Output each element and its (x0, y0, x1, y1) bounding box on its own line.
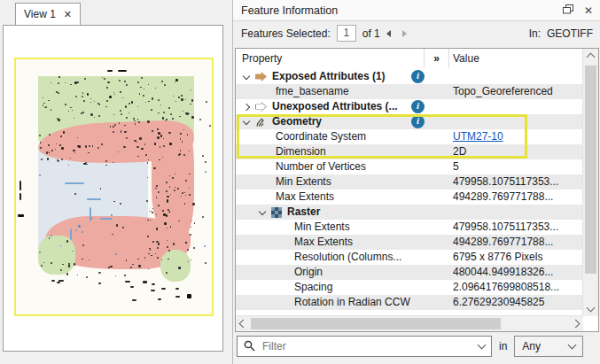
table-row[interactable]: Min Extents479958.1075117353... (236, 174, 583, 190)
property-value: 494289.769771788... (453, 235, 553, 250)
property-value: 494289.769771788... (453, 190, 553, 205)
exposed-attributes-icon (255, 72, 267, 81)
table-row[interactable]: Geometryi (236, 114, 583, 129)
tab-close-icon[interactable]: ✕ (64, 9, 72, 20)
property-label: Max Extents (236, 190, 334, 205)
section-label: Geometry (272, 114, 322, 129)
property-value: 2.096417699808518... (453, 280, 559, 295)
feature-index-field[interactable]: 1 (337, 25, 356, 42)
map-canvas[interactable] (3, 25, 223, 352)
features-selected-label: Features Selected: (241, 27, 331, 40)
filter-scope-select[interactable]: Any (514, 336, 583, 357)
map-image (14, 58, 214, 316)
vertical-scrollbar[interactable] (582, 49, 598, 316)
filter-in-label: in (499, 340, 507, 352)
property-value: Topo_Georeferenced (453, 84, 553, 99)
table-row[interactable]: Max Extents494289.769771788... (236, 190, 583, 205)
format-value: GEOTIFF (547, 27, 593, 40)
property-value-link[interactable]: UTM27-10 (453, 129, 503, 144)
chevron-right-icon[interactable] (243, 103, 250, 110)
property-label: Spacing (236, 280, 332, 295)
next-feature-button[interactable] (402, 30, 407, 37)
property-table: Property » Value Exposed Attributes (1)i… (235, 48, 599, 332)
feature-information-panel: Feature Information ✕ Features Selected:… (232, 0, 600, 364)
table-body: Exposed Attributes (1)ifme_basenameTopo_… (236, 69, 583, 316)
chevron-down-icon[interactable] (243, 117, 250, 124)
property-value: 5 (453, 159, 459, 174)
scroll-up-icon[interactable] (587, 53, 596, 62)
app-window: View 1 ✕ Feature Information ✕ (0, 0, 600, 364)
map-forest-region (160, 250, 191, 282)
panel-title: Feature Information (241, 4, 552, 17)
section-label: Unexposed Attributes (... (272, 99, 398, 114)
section-label: Exposed Attributes (1) (272, 69, 386, 84)
filter-combo[interactable] (237, 336, 492, 357)
info-icon[interactable]: i (411, 100, 425, 113)
scroll-left-icon[interactable] (239, 320, 248, 329)
chevron-down-icon[interactable] (243, 72, 250, 79)
filter-bar: in Any (237, 334, 597, 358)
filter-scope-value: Any (522, 340, 541, 352)
section-label: Raster (287, 205, 320, 220)
table-row[interactable]: fme_basenameTopo_Georeferenced (236, 84, 583, 99)
property-column-header[interactable]: Property (242, 52, 282, 65)
property-label: fme_basename (236, 84, 349, 99)
property-label: Rotation in Radian CCW (236, 295, 410, 310)
vertical-scrollbar-thumb[interactable] (585, 66, 596, 274)
float-window-icon[interactable] (563, 4, 573, 16)
unexposed-attributes-icon (255, 102, 267, 112)
tab-view1[interactable]: View 1 ✕ (15, 3, 81, 25)
table-row[interactable]: Resolution (Columns...6795 x 8776 Pixels (236, 250, 583, 265)
chevron-down-icon[interactable] (259, 207, 266, 214)
property-label: Min Extents (236, 174, 331, 190)
panel-titlebar[interactable]: Feature Information ✕ (233, 0, 600, 21)
table-row[interactable]: Exposed Attributes (1)i (236, 69, 583, 84)
table-row[interactable]: Min Extents479958.1075117353... (236, 220, 583, 235)
search-icon (244, 340, 255, 352)
feature-toolbar: Features Selected: 1 of 1 In: GEOTIFF (233, 20, 600, 46)
horizontal-scrollbar[interactable] (236, 315, 583, 331)
property-value: 479958.1075117353... (453, 220, 558, 235)
of-count-label: of 1 (362, 27, 380, 40)
chevron-down-icon[interactable] (568, 340, 577, 349)
property-label: Dimension (236, 144, 326, 159)
property-label: Min Extents (236, 220, 350, 235)
table-row[interactable]: Rotation in Radian CCW6.27629230945825 (236, 295, 583, 310)
property-value: 6795 x 8776 Pixels (453, 250, 542, 265)
property-label: Coordinate System (236, 129, 366, 144)
property-value: 6.27629230945825 (453, 295, 544, 310)
table-row[interactable]: Max Extents494289.769771788... (236, 235, 583, 250)
property-value: 2D (453, 144, 466, 159)
geometry-icon (255, 117, 267, 128)
horizontal-scrollbar-thumb[interactable] (251, 318, 501, 329)
expand-columns-button[interactable]: » (424, 49, 449, 68)
filter-input[interactable] (261, 339, 473, 353)
value-column-header[interactable]: Value (453, 52, 479, 65)
property-label: Resolution (Columns... (236, 250, 401, 265)
table-row[interactable]: Origin480044.949918326... (236, 265, 583, 280)
close-panel-icon[interactable]: ✕ (584, 5, 593, 16)
tab-view1-label: View 1 (24, 8, 56, 20)
raster-icon (271, 207, 282, 218)
table-row[interactable]: Number of Vertices5 (236, 159, 583, 174)
scroll-down-icon[interactable] (587, 304, 596, 313)
table-row[interactable]: Dimension2D (236, 144, 583, 159)
table-header: Property » Value (236, 49, 583, 69)
view-tab-bar: View 1 ✕ (0, 0, 229, 25)
map-forest-region (38, 236, 75, 275)
map-regions (38, 76, 194, 306)
property-label: Number of Vertices (236, 159, 366, 174)
info-icon[interactable]: i (411, 70, 425, 83)
table-row[interactable]: Unexposed Attributes (...i (236, 99, 583, 114)
property-label: Max Extents (236, 235, 353, 250)
table-row[interactable]: Spacing2.096417699808518... (236, 280, 583, 295)
chevron-down-icon[interactable] (478, 340, 487, 349)
info-icon[interactable]: i (411, 115, 425, 128)
table-row[interactable]: Coordinate SystemUTM27-10 (236, 129, 583, 144)
prev-feature-button[interactable] (386, 30, 391, 37)
property-value: 480044.949918326... (453, 265, 553, 280)
table-row[interactable]: Raster (236, 205, 583, 220)
property-value: 479958.1075117353... (453, 174, 558, 190)
scroll-right-icon[interactable] (572, 320, 581, 329)
in-label: In: (529, 27, 541, 40)
